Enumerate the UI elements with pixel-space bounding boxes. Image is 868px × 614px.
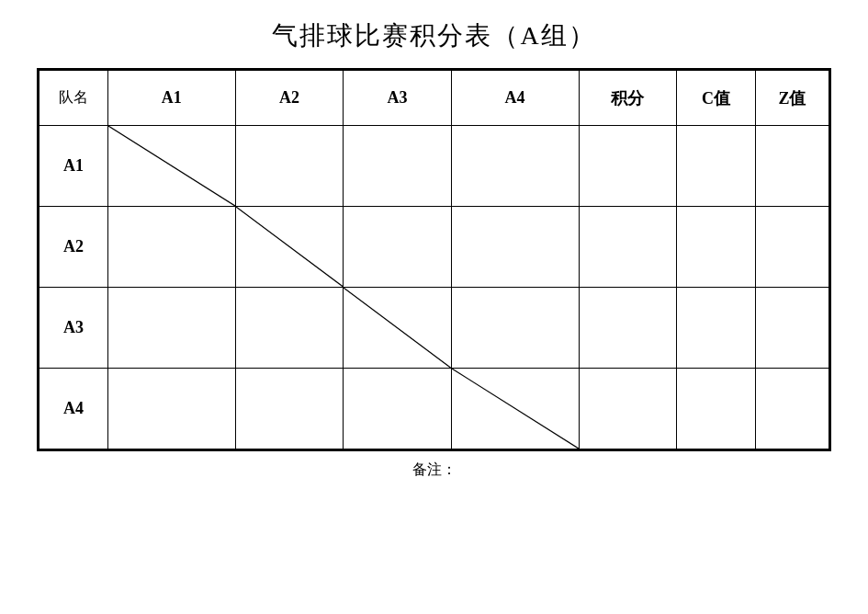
score-table: 队名 A1 A2 A3 A4 积分 C值 Z值 A1: [37, 68, 831, 451]
cell-a3-score: [579, 288, 677, 369]
cell-a3-z: [755, 288, 829, 369]
cell-a1-c: [677, 126, 755, 207]
header-c-val: C值: [677, 71, 755, 126]
cell-a4-a2: [235, 369, 344, 449]
diagonal-cell-a1: [107, 126, 235, 207]
header-a3: A3: [344, 71, 452, 126]
header-z-val: Z值: [755, 71, 829, 126]
cell-a3-a2: [235, 288, 344, 369]
cell-a4-a3: [344, 369, 452, 449]
notes-section: 备注：: [412, 451, 457, 483]
cell-a2-a1: [107, 207, 235, 288]
cell-a1-a3: [344, 126, 452, 207]
row-label-a3: A3: [39, 288, 108, 369]
notes-label: 备注：: [412, 460, 457, 480]
row-label-a4: A4: [39, 369, 108, 449]
svg-line-0: [108, 126, 235, 206]
cell-a1-z: [755, 126, 829, 207]
table-row: A4: [39, 369, 829, 449]
table-row: A2: [39, 207, 829, 288]
cell-a2-a3: [344, 207, 452, 288]
cell-a2-z: [755, 207, 829, 288]
cell-a4-z: [755, 369, 829, 449]
table-row: A1: [39, 126, 829, 207]
header-team: 队名: [39, 71, 108, 126]
cell-a2-score: [579, 207, 677, 288]
header-a1: A1: [107, 71, 235, 126]
cell-a2-a4: [451, 207, 579, 288]
svg-line-3: [452, 369, 579, 449]
header-a2: A2: [235, 71, 344, 126]
row-label-a2: A2: [39, 207, 108, 288]
svg-line-2: [344, 288, 451, 368]
svg-line-1: [236, 207, 344, 287]
diagonal-cell-a2: [235, 207, 344, 288]
table-row: A3: [39, 288, 829, 369]
cell-a1-a4: [451, 126, 579, 207]
cell-a3-a4: [451, 288, 579, 369]
cell-a1-score: [579, 126, 677, 207]
cell-a1-a2: [235, 126, 344, 207]
header-score: 积分: [579, 71, 677, 126]
cell-a2-c: [677, 207, 755, 288]
diagonal-cell-a4: [451, 369, 579, 449]
row-label-a1: A1: [39, 126, 108, 207]
cell-a3-a1: [107, 288, 235, 369]
header-a4: A4: [451, 71, 579, 126]
cell-a4-c: [677, 369, 755, 449]
cell-a3-c: [677, 288, 755, 369]
cell-a4-score: [579, 369, 677, 449]
table-header-row: 队名 A1 A2 A3 A4 积分 C值 Z值: [39, 71, 829, 126]
cell-a4-a1: [107, 369, 235, 449]
page-title: 气排球比赛积分表（A组）: [272, 18, 595, 53]
diagonal-cell-a3: [344, 288, 452, 369]
